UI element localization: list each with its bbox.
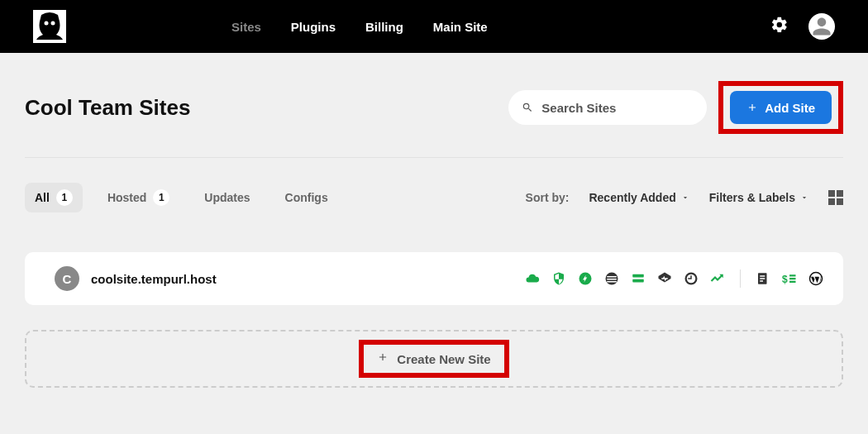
nav-billing[interactable]: Billing — [365, 20, 403, 34]
search-icon — [522, 101, 533, 114]
add-site-button[interactable]: Add Site — [730, 91, 832, 124]
controls-row: All 1 Hosted 1 Updates Configs Sort by: … — [25, 183, 843, 212]
sort-by-label: Sort by: — [526, 191, 570, 204]
site-row[interactable]: C coolsite.tempurl.host $ — [25, 252, 843, 305]
tab-hosted-count: 1 — [153, 189, 169, 206]
add-site-highlight: Add Site — [718, 81, 843, 134]
avatar-icon[interactable] — [808, 13, 835, 40]
gauge-icon — [684, 271, 699, 286]
tab-all-count: 1 — [56, 189, 73, 206]
create-new-site-area: Create New Site — [25, 330, 843, 388]
tab-hosted[interactable]: Hosted 1 — [98, 183, 179, 212]
topbar-right — [770, 13, 835, 40]
nav-plugins[interactable]: Plugins — [291, 20, 336, 34]
tab-configs-label: Configs — [285, 191, 328, 204]
filters-label: Filters & Labels — [709, 191, 795, 204]
sort-selected: Recently Added — [589, 191, 675, 204]
search-input[interactable] — [541, 101, 694, 115]
site-tabs: All 1 Hosted 1 Updates Configs — [25, 183, 338, 212]
chevron-down-icon — [800, 193, 808, 202]
wordpress-icon — [808, 271, 823, 286]
svg-rect-5 — [632, 279, 644, 283]
page-title: Cool Team Sites — [25, 95, 190, 121]
grid-view-icon[interactable] — [828, 190, 843, 205]
tab-all[interactable]: All 1 — [25, 183, 83, 212]
tab-all-label: All — [35, 191, 50, 204]
title-row: Cool Team Sites Add Site — [25, 81, 843, 158]
add-site-label: Add Site — [765, 101, 815, 115]
gorilla-logo-icon — [35, 12, 64, 41]
nav-sites[interactable]: Sites — [231, 20, 261, 34]
heartbeat-icon — [657, 271, 672, 286]
site-avatar: C — [55, 266, 79, 291]
svg-point-1 — [51, 21, 55, 26]
primary-nav: Sites Plugins Billing Main Site — [231, 20, 488, 34]
svg-text:$: $ — [782, 274, 788, 285]
svg-point-0 — [45, 21, 49, 26]
dollar-icon: $ — [782, 271, 797, 286]
sort-area: Sort by: Recently Added Filters & Labels — [526, 190, 843, 205]
create-new-site-label: Create New Site — [397, 352, 490, 366]
create-new-site-button[interactable]: Create New Site — [359, 340, 508, 378]
server-icon — [631, 271, 646, 286]
tab-updates-label: Updates — [204, 191, 250, 204]
site-status-icons: $ — [525, 269, 823, 288]
icon-divider — [740, 269, 741, 288]
chevron-down-icon — [681, 193, 689, 202]
bolt-circle-icon — [578, 271, 593, 286]
sort-dropdown[interactable]: Recently Added — [589, 191, 689, 204]
tab-configs[interactable]: Configs — [275, 184, 338, 211]
site-domain: coolsite.tempurl.host — [91, 272, 217, 286]
svg-rect-4 — [632, 274, 644, 278]
tab-updates[interactable]: Updates — [194, 184, 260, 211]
cloud-icon — [525, 271, 540, 286]
top-nav-bar: Sites Plugins Billing Main Site — [0, 0, 868, 53]
tab-hosted-label: Hosted — [107, 191, 146, 204]
settings-icon[interactable] — [770, 16, 789, 37]
logo[interactable] — [33, 10, 66, 43]
chart-up-icon — [710, 271, 725, 286]
layers-icon — [604, 271, 619, 286]
search-box[interactable] — [508, 90, 707, 125]
notes-icon — [756, 271, 770, 286]
plus-icon — [377, 351, 389, 366]
filters-dropdown[interactable]: Filters & Labels — [709, 191, 808, 204]
nav-main-site[interactable]: Main Site — [433, 20, 488, 34]
shield-icon — [551, 271, 566, 286]
plus-icon — [746, 102, 758, 113]
